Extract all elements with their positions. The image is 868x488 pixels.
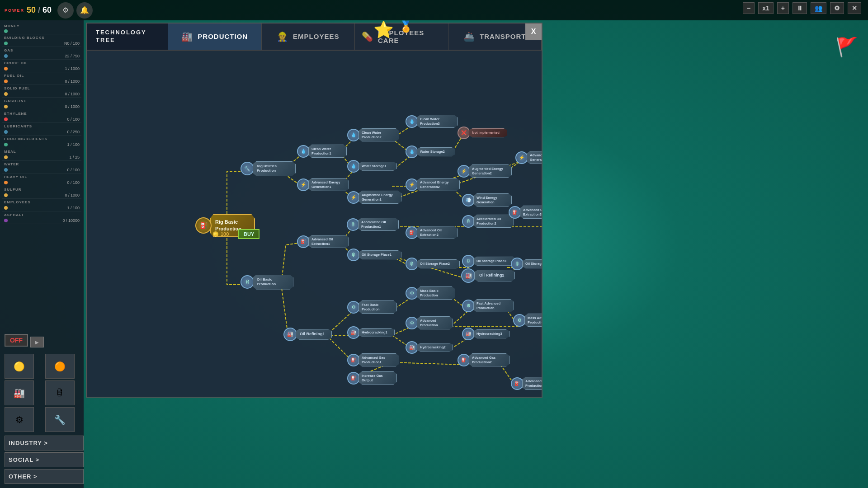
- building-factory-small[interactable]: 🏭: [5, 380, 34, 405]
- building-hard-hat-orange[interactable]: 🟠: [45, 354, 75, 379]
- water-icon: [4, 168, 8, 172]
- acc-oil-p1-label: Accelerated OilProduction1: [358, 218, 399, 231]
- node-adv-energy-g2[interactable]: ⚡ Advanced EnergyGeneration2: [406, 178, 460, 192]
- node-acc-oil-p2[interactable]: 🛢 Accelerated OilProduction2: [462, 215, 514, 228]
- not-impl-label: Not Implemented: [469, 128, 507, 137]
- settings-btn[interactable]: ⚙: [830, 2, 844, 14]
- aug-energy-g2-icon: ⚡: [458, 165, 470, 178]
- meal-row: 1 / 25: [2, 154, 81, 161]
- node-not-impl[interactable]: ❌ Not Implemented: [458, 127, 507, 139]
- node-oil-storage3[interactable]: 🛢 Oil Storage Place3: [462, 255, 516, 267]
- node-fast-basic-p[interactable]: ⚙ Fast BasicProduction: [347, 300, 397, 314]
- node-hydrocracking1[interactable]: 🏭 Hydrocracking1: [347, 326, 395, 339]
- social-nav-btn[interactable]: SOCIAL >: [5, 452, 84, 467]
- node-oil-storage4[interactable]: 🛢 Oil Storage Place4: [511, 258, 542, 270]
- node-mass-adv-p[interactable]: ⚙ Mass AdvancedProduction: [513, 314, 542, 327]
- close-game-btn[interactable]: ✕: [848, 2, 861, 14]
- fast-basic-p-label: Fast BasicProduction: [359, 300, 397, 314]
- node-adv-oil-ext2[interactable]: ⛽ Advanced OilExtraction2: [406, 226, 458, 239]
- node-adv-oil-ext1[interactable]: ⛽ Advanced OilExtraction1: [297, 235, 349, 249]
- tech-tree-close-btn[interactable]: X: [525, 23, 542, 40]
- tab-employees-label: EMPLOYEES: [293, 33, 339, 40]
- medal-icon: 🏅: [399, 20, 413, 33]
- node-hydrocracking3[interactable]: 🏭 Hydrocracking3: [462, 328, 509, 340]
- node-oil-refining2[interactable]: 🏭 Oil Refining2: [461, 268, 515, 283]
- node-oil-storage2[interactable]: 🛢 Oil Storage Place2: [406, 258, 460, 270]
- tab-production[interactable]: 🏭 PRODUCTION: [168, 23, 262, 50]
- other-nav-btn[interactable]: OTHER >: [5, 469, 84, 484]
- node-water-storage2[interactable]: 💧 Water Storage2: [406, 145, 455, 158]
- water-row: 0 / 100: [2, 167, 81, 174]
- speed-minus-btn[interactable]: −: [743, 2, 755, 14]
- people-btn[interactable]: 👥: [811, 2, 826, 14]
- building-barrel[interactable]: 🛢: [45, 380, 75, 405]
- fuel-oil-row: 0 / 1000: [2, 78, 81, 85]
- adv-energy-g1-label: Advanced EnergyGeneration1: [308, 178, 349, 192]
- node-hydrocracking2[interactable]: 🏭 Hydrocracking2: [406, 341, 453, 354]
- node-oil-basic[interactable]: 🛢 Oil BasicProduction: [241, 275, 293, 290]
- adv-oil-ext3-icon: ⛽: [509, 206, 521, 219]
- node-adv-gas-p2[interactable]: ⛽ Advanced GasProduction2: [458, 353, 509, 367]
- node-adv-oil-ext3[interactable]: ⛽ Advanced OilExtraction3: [509, 206, 542, 219]
- node-wind-energy[interactable]: 💨 Wind EnergyGeneration: [462, 193, 512, 207]
- off-toggle[interactable]: OFF: [5, 334, 28, 347]
- hud-settings-icon[interactable]: ⚙: [57, 2, 74, 19]
- node-clean-water-p1[interactable]: 💧 Clean WaterProduction1: [297, 145, 347, 158]
- adv-gas-p2-label: Advanced GasProduction2: [469, 353, 509, 367]
- node-mass-basic-p[interactable]: ⚙ Mass BasicProduction: [406, 286, 455, 300]
- lubricants-icon: [4, 130, 8, 134]
- water-storage1-label: Water Storage1: [359, 162, 397, 171]
- hud-bell-icon[interactable]: 🔔: [76, 2, 93, 19]
- building-hard-hat-yellow[interactable]: 🟡: [5, 354, 34, 379]
- mass-basic-p-icon: ⚙: [406, 287, 418, 300]
- not-impl-icon: ❌: [458, 127, 470, 139]
- speed-x1-btn[interactable]: x1: [758, 2, 774, 14]
- hydrocracking3-icon: 🏭: [462, 328, 475, 340]
- gas-label: GAS: [2, 47, 81, 53]
- node-water-storage1[interactable]: 💧 Water Storage1: [347, 160, 397, 173]
- node-fast-adv-p[interactable]: ⚙ Fast AdvancedProduction: [462, 299, 514, 313]
- wind-energy-icon: 💨: [462, 194, 475, 206]
- node-adv-energy-g3[interactable]: ⚡ Advanced EnergyGeneration3: [515, 151, 542, 164]
- node-adv-production[interactable]: ⚙ AdvancedProduction: [406, 316, 453, 330]
- clean-water-p2-icon: 💧: [347, 129, 360, 141]
- gasoline-row: 0 / 1000: [2, 103, 81, 110]
- node-aug-energy-g2[interactable]: ⚡ Augmented EnergyGeneration2: [458, 164, 512, 178]
- speed-plus-btn[interactable]: +: [777, 2, 789, 14]
- buy-button[interactable]: BUY: [238, 229, 259, 239]
- node-aug-energy-g1[interactable]: ⚡ Augmented EnergyGeneration1: [347, 191, 401, 204]
- industry-nav-btn[interactable]: INDUSTRY >: [5, 436, 84, 450]
- building-wrench[interactable]: 🔧: [45, 407, 75, 432]
- node-clean-water-p3[interactable]: 💧 Clean WaterProduction3: [406, 115, 458, 128]
- transport-tab-icon: 🚢: [463, 31, 475, 42]
- fast-basic-p-icon: ⚙: [347, 301, 360, 314]
- adv-gas-p1-icon: ⛽: [347, 354, 360, 366]
- node-inc-gas-output[interactable]: ⛽ Increase GasOutput: [347, 371, 397, 385]
- node-oil-refining1[interactable]: 🏭 Oil Refining1: [283, 328, 332, 341]
- node-adv-gas-p1[interactable]: ⛽ Advanced GasProduction1: [347, 353, 399, 367]
- top-hud: POWER 50 / 60 ⚙ 🔔 − x1 + ⏸ 👥 ⚙ ✕: [0, 0, 868, 20]
- acc-oil-p1-icon: 🛢: [347, 218, 359, 231]
- tab-production-label: PRODUCTION: [198, 33, 248, 40]
- pause-btn[interactable]: ⏸: [793, 2, 807, 14]
- sulfur-row: 0 / 1000: [2, 192, 81, 199]
- flag-icon: 🚩: [835, 35, 860, 58]
- rig-utilities-label: Rig UtilitiesProduction: [253, 161, 296, 176]
- node-oil-storage1[interactable]: 🛢 Oil Storage Place1: [347, 249, 401, 261]
- node-adv-energy-g1[interactable]: ⚡ Advanced EnergyGeneration1: [297, 178, 349, 192]
- rig-basic-cost: 🪙 100: [212, 231, 229, 237]
- building-gear[interactable]: ⚙: [5, 407, 34, 432]
- clean-water-p3-label: Clean WaterProduction3: [417, 115, 458, 128]
- toggle-arrow[interactable]: ▶: [30, 337, 44, 347]
- node-acc-oil-p1[interactable]: 🛢 Accelerated OilProduction1: [347, 218, 399, 231]
- node-rig-utilities[interactable]: 🔧 Rig UtilitiesProduction: [241, 161, 296, 176]
- oil-storage2-icon: 🛢: [406, 258, 418, 270]
- oil-storage3-label: Oil Storage Place3: [473, 257, 516, 266]
- tab-employees[interactable]: 👷 EMPLOYEES: [262, 23, 355, 50]
- node-adv-gas-p3[interactable]: ⛽ Advanced GasProduction3: [511, 377, 542, 390]
- water-storage1-icon: 💧: [347, 160, 360, 173]
- rig-utilities-icon: 🔧: [241, 162, 254, 175]
- meal-icon: [4, 155, 8, 159]
- node-clean-water-p2[interactable]: 💧 Clean WaterProduction2: [347, 128, 399, 142]
- employees-care-tab-icon: 💊: [362, 31, 373, 42]
